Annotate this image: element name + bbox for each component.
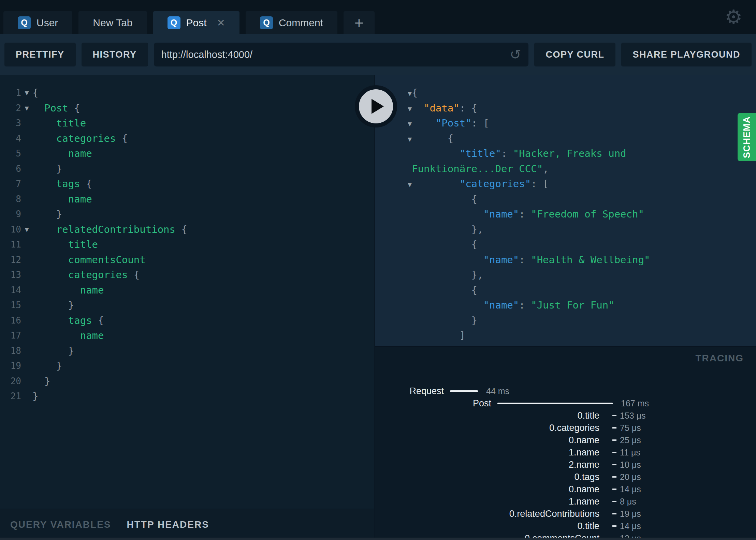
right-pane: ▾{▾ "data": {▾ "Post": [▾ { "title": "Ha… bbox=[375, 75, 756, 540]
prettify-button[interactable]: PRETTIFY bbox=[4, 43, 76, 66]
gutter: 16 bbox=[0, 313, 32, 328]
tracing-span-row: Post167 ms bbox=[375, 397, 756, 409]
gutter bbox=[375, 313, 412, 328]
endpoint-url-input[interactable]: http://localhost:4000/ ↺ bbox=[154, 43, 529, 66]
tracing-field-time: 75 μs bbox=[620, 423, 641, 433]
gutter: 12 bbox=[0, 252, 32, 268]
gutter: 18 bbox=[0, 343, 32, 359]
fold-arrow-icon bbox=[21, 358, 32, 374]
code-line: 4 categories { bbox=[0, 131, 374, 146]
tracing-rows: Request44 msPost167 ms0.title153 μs0.cat… bbox=[375, 347, 756, 540]
fold-arrow-icon bbox=[21, 176, 32, 192]
fold-arrow-icon bbox=[21, 116, 32, 131]
response-pane[interactable]: ▾{▾ "data": {▾ "Post": [▾ { "title": "Ha… bbox=[375, 75, 756, 346]
execute-query-button[interactable] bbox=[355, 85, 397, 127]
tracing-field-label: 0.relatedContributions bbox=[375, 509, 599, 519]
code-text: commentsCount bbox=[32, 252, 146, 268]
fold-arrow-icon[interactable]: ▾ bbox=[408, 180, 412, 189]
gutter bbox=[375, 222, 412, 237]
tracing-span-time: 167 ms bbox=[621, 399, 649, 408]
gutter bbox=[375, 237, 412, 252]
code-text: { bbox=[412, 237, 477, 252]
tracing-dash bbox=[612, 464, 616, 465]
plus-icon: + bbox=[354, 14, 364, 32]
code-text: title bbox=[32, 237, 98, 252]
fold-arrow-icon[interactable]: ▾ bbox=[408, 119, 412, 129]
variables-bar: QUERY VARIABLES HTTP HEADERS bbox=[0, 509, 374, 540]
code-text: } bbox=[32, 358, 62, 374]
fold-arrow-icon[interactable]: ▾ bbox=[21, 85, 32, 101]
close-icon[interactable]: ✕ bbox=[217, 17, 225, 29]
code-line: 1▾{ bbox=[0, 85, 374, 101]
copy-curl-button[interactable]: COPY CURL bbox=[534, 43, 615, 66]
gutter bbox=[375, 267, 412, 283]
horizontal-scrollbar[interactable] bbox=[0, 538, 756, 540]
schema-tab[interactable]: SCHEMA bbox=[738, 113, 756, 161]
code-line: 13 categories { bbox=[0, 267, 374, 283]
line-number: 15 bbox=[0, 298, 21, 313]
code-text: tags { bbox=[32, 176, 92, 192]
tracing-field-time: 11 μs bbox=[620, 448, 640, 457]
tracing-field-label: 0.tags bbox=[375, 472, 599, 482]
fold-arrow-icon[interactable]: ▾ bbox=[408, 134, 412, 144]
code-line: { bbox=[375, 237, 756, 252]
code-line: ▾ { bbox=[375, 131, 756, 146]
fold-arrow-icon[interactable]: ▾ bbox=[408, 104, 412, 114]
code-text: name bbox=[32, 146, 92, 161]
reload-schema-icon[interactable]: ↺ bbox=[510, 47, 521, 62]
query-variables-tab[interactable]: QUERY VARIABLES bbox=[10, 519, 111, 530]
tab-post[interactable]: Q Post ✕ bbox=[153, 11, 239, 34]
code-text: { bbox=[412, 192, 477, 207]
fold-arrow-icon bbox=[21, 146, 32, 161]
code-text: } bbox=[32, 389, 38, 404]
code-line: { bbox=[375, 283, 756, 298]
share-playground-button[interactable]: SHARE PLAYGROUND bbox=[621, 43, 752, 66]
tracing-span-row: Request44 ms bbox=[375, 385, 756, 397]
tab-new-tab[interactable]: New Tab bbox=[78, 11, 147, 34]
tracing-duration-bar bbox=[497, 403, 613, 404]
query-editor-pane[interactable]: 1▾{2▾ Post {3 title4 categories {5 name6… bbox=[0, 75, 375, 540]
code-line: ] bbox=[375, 328, 756, 343]
fold-arrow-icon[interactable]: ▾ bbox=[408, 89, 412, 98]
tab-comment[interactable]: Q Comment bbox=[246, 11, 337, 34]
gutter: ▾ bbox=[375, 131, 412, 146]
gutter: 1▾ bbox=[0, 85, 32, 101]
http-headers-tab[interactable]: HTTP HEADERS bbox=[127, 519, 209, 530]
code-line: 2▾ Post { bbox=[0, 101, 374, 116]
code-text: } bbox=[32, 374, 50, 389]
tracing-field-time: 8 μs bbox=[620, 497, 636, 507]
code-text: } bbox=[32, 298, 74, 313]
tracing-dash bbox=[612, 525, 616, 527]
code-line: } bbox=[375, 313, 756, 328]
code-text: }, bbox=[412, 267, 483, 283]
fold-arrow-icon bbox=[21, 161, 32, 177]
fold-arrow-icon bbox=[21, 283, 32, 298]
code-text: tags { bbox=[32, 313, 104, 328]
history-button[interactable]: HISTORY bbox=[82, 43, 148, 66]
tracing-field-label: 1.name bbox=[375, 447, 599, 458]
code-text: "categories": [ bbox=[412, 176, 549, 192]
line-number: 12 bbox=[0, 252, 21, 268]
gutter: 20 bbox=[0, 374, 32, 389]
settings-gear-icon[interactable]: ⚙ bbox=[725, 5, 742, 29]
tracing-duration-bar bbox=[450, 390, 478, 392]
gutter: 14 bbox=[0, 283, 32, 298]
tracing-field-row: 0.name25 μs bbox=[375, 434, 756, 446]
gutter bbox=[375, 146, 412, 161]
tab-user[interactable]: Q User bbox=[3, 11, 72, 34]
query-editor-code[interactable]: 1▾{2▾ Post {3 title4 categories {5 name6… bbox=[0, 75, 374, 509]
line-number: 13 bbox=[0, 267, 21, 283]
tracing-dash bbox=[612, 489, 616, 490]
tracing-field-row: 1.name11 μs bbox=[375, 446, 756, 459]
add-tab-button[interactable]: + bbox=[344, 11, 375, 34]
fold-arrow-icon[interactable]: ▾ bbox=[21, 101, 32, 116]
line-number: 11 bbox=[0, 237, 21, 252]
code-line: ▾ "data": { bbox=[375, 101, 756, 116]
gutter bbox=[375, 298, 412, 313]
code-text: } bbox=[412, 313, 477, 328]
gutter: 17 bbox=[0, 328, 32, 343]
line-number: 20 bbox=[0, 374, 21, 389]
code-line: 10▾ relatedContributions { bbox=[0, 222, 374, 237]
tracing-field-label: 0.title bbox=[375, 521, 599, 531]
fold-arrow-icon[interactable]: ▾ bbox=[21, 222, 32, 237]
